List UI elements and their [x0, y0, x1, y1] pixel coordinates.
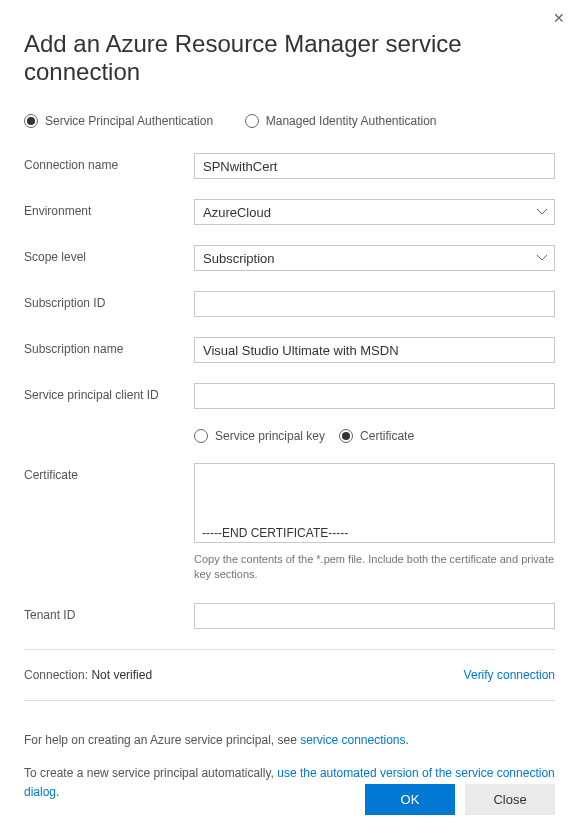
- help-text-1a: For help on creating an Azure service pr…: [24, 733, 300, 747]
- auth-spn-label: Service Principal Authentication: [45, 114, 213, 128]
- auth-managed-radio[interactable]: Managed Identity Authentication: [245, 114, 437, 128]
- certificate-radio[interactable]: Certificate: [339, 429, 414, 443]
- scope-level-value[interactable]: [194, 245, 555, 271]
- subscription-name-input[interactable]: [194, 337, 555, 363]
- connection-name-label: Connection name: [24, 153, 194, 172]
- radio-icon: [194, 429, 208, 443]
- help-text-1b: .: [406, 733, 409, 747]
- connection-status-label: Connection:: [24, 668, 88, 682]
- environment-label: Environment: [24, 199, 194, 218]
- radio-icon: [245, 114, 259, 128]
- verify-connection-link[interactable]: Verify connection: [464, 668, 555, 682]
- service-connections-link[interactable]: service connections: [300, 733, 405, 747]
- divider: [24, 700, 555, 701]
- environment-select[interactable]: [194, 199, 555, 225]
- certificate-radio-label: Certificate: [360, 429, 414, 443]
- connection-status-row: Connection: Not verified Verify connecti…: [24, 668, 555, 682]
- radio-icon: [339, 429, 353, 443]
- help-text-2a: To create a new service principal automa…: [24, 766, 277, 780]
- subscription-id-input[interactable]: [194, 291, 555, 317]
- subscription-id-label: Subscription ID: [24, 291, 194, 310]
- radio-icon: [24, 114, 38, 128]
- ok-button[interactable]: OK: [365, 784, 455, 815]
- spn-client-id-label: Service principal client ID: [24, 383, 194, 402]
- close-icon[interactable]: ✕: [553, 10, 565, 26]
- tenant-id-input[interactable]: [194, 603, 555, 629]
- divider: [24, 649, 555, 650]
- auth-spn-radio[interactable]: Service Principal Authentication: [24, 114, 213, 128]
- certificate-textarea[interactable]: [194, 463, 555, 543]
- spn-key-radio[interactable]: Service principal key: [194, 429, 325, 443]
- auth-managed-label: Managed Identity Authentication: [266, 114, 437, 128]
- certificate-label: Certificate: [24, 463, 194, 482]
- subscription-name-label: Subscription name: [24, 337, 194, 356]
- spn-client-id-input[interactable]: [194, 383, 555, 409]
- connection-status-value: Not verified: [91, 668, 152, 682]
- close-button[interactable]: Close: [465, 784, 555, 815]
- scope-level-select[interactable]: [194, 245, 555, 271]
- credential-type-row: Service principal key Certificate: [194, 429, 555, 443]
- help-text-2b: .: [56, 785, 59, 799]
- button-row: OK Close: [365, 784, 555, 815]
- certificate-help: Copy the contents of the *.pem file. Inc…: [194, 552, 555, 583]
- tenant-id-label: Tenant ID: [24, 603, 194, 622]
- environment-value[interactable]: [194, 199, 555, 225]
- connection-name-input[interactable]: [194, 153, 555, 179]
- auth-mode-row: Service Principal Authentication Managed…: [24, 114, 555, 131]
- spn-key-label: Service principal key: [215, 429, 325, 443]
- dialog-title: Add an Azure Resource Manager service co…: [24, 30, 555, 86]
- scope-level-label: Scope level: [24, 245, 194, 264]
